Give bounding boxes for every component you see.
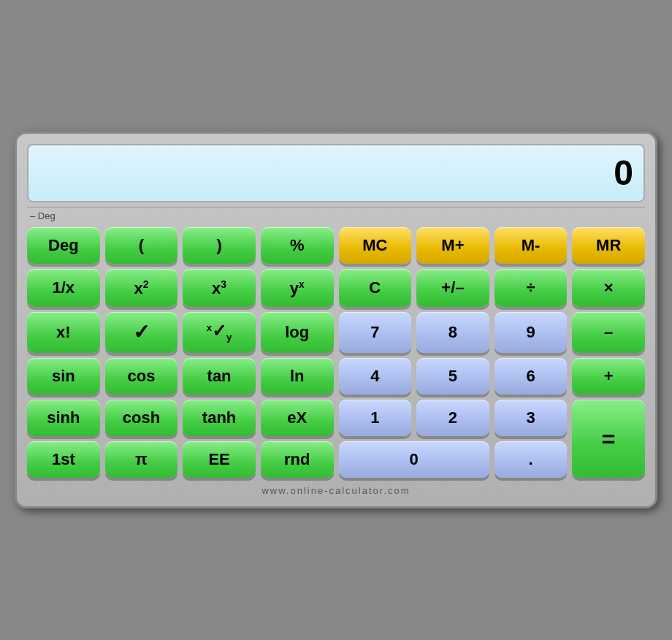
subtract-button[interactable]: – (572, 312, 645, 353)
inv-button[interactable]: 1/x (27, 269, 100, 307)
mr-button[interactable]: MR (572, 227, 645, 264)
divide-button[interactable]: ÷ (495, 269, 568, 307)
pi-button[interactable]: π (105, 441, 178, 478)
x3-button[interactable]: x3 (183, 269, 256, 307)
multiply-button[interactable]: × (572, 269, 645, 307)
tan-button[interactable]: tan (183, 358, 256, 395)
ln-button[interactable]: ln (261, 358, 334, 395)
yx-button[interactable]: yx (261, 269, 334, 307)
9-button[interactable]: 9 (495, 312, 568, 353)
display: 0 (27, 144, 645, 202)
7-button[interactable]: 7 (339, 312, 412, 353)
display-value: 0 (614, 153, 633, 193)
calculator: 0 – Deg Deg()%MCM+M-MR1/xx2x3yxC+/–÷×x!✓… (15, 132, 657, 508)
deg-label: – Deg (27, 207, 645, 221)
dot-button[interactable]: . (495, 441, 568, 478)
cosh-button[interactable]: cosh (105, 400, 178, 436)
sqrt-button[interactable]: ✓ (105, 312, 178, 353)
close-paren-button[interactable]: ) (183, 227, 256, 264)
m-plus-button[interactable]: M+ (416, 227, 489, 264)
sinh-button[interactable]: sinh (27, 400, 100, 436)
footer: www.online-calculator.com (27, 485, 645, 496)
log-button[interactable]: log (261, 312, 334, 353)
equals-button[interactable]: = (572, 400, 645, 478)
0-button[interactable]: 0 (339, 441, 489, 478)
percent-button[interactable]: % (261, 227, 334, 264)
cos-button[interactable]: cos (105, 358, 178, 395)
1st-button[interactable]: 1st (27, 441, 100, 478)
tanh-button[interactable]: tanh (183, 400, 256, 436)
rnd-button[interactable]: rnd (261, 441, 334, 478)
ee-button[interactable]: EE (183, 441, 256, 478)
4-button[interactable]: 4 (339, 358, 412, 395)
mc-button[interactable]: MC (339, 227, 412, 264)
m-minus-button[interactable]: M- (495, 227, 568, 264)
factorial-button[interactable]: x! (27, 312, 100, 353)
5-button[interactable]: 5 (416, 358, 489, 395)
sin-button[interactable]: sin (27, 358, 100, 395)
add-button[interactable]: + (572, 358, 645, 395)
clear-button[interactable]: C (339, 269, 412, 307)
3-button[interactable]: 3 (495, 400, 568, 436)
2-button[interactable]: 2 (416, 400, 489, 436)
8-button[interactable]: 8 (416, 312, 489, 353)
ex-button[interactable]: eX (261, 400, 334, 436)
plusminus-button[interactable]: +/– (416, 269, 489, 307)
x2-button[interactable]: x2 (105, 269, 178, 307)
open-paren-button[interactable]: ( (105, 227, 178, 264)
buttons-grid: Deg()%MCM+M-MR1/xx2x3yxC+/–÷×x!✓x✓ylog78… (27, 227, 645, 478)
deg-button[interactable]: Deg (27, 227, 100, 264)
xrooty-button[interactable]: x✓y (183, 312, 256, 353)
6-button[interactable]: 6 (495, 358, 568, 395)
1-button[interactable]: 1 (339, 400, 412, 436)
